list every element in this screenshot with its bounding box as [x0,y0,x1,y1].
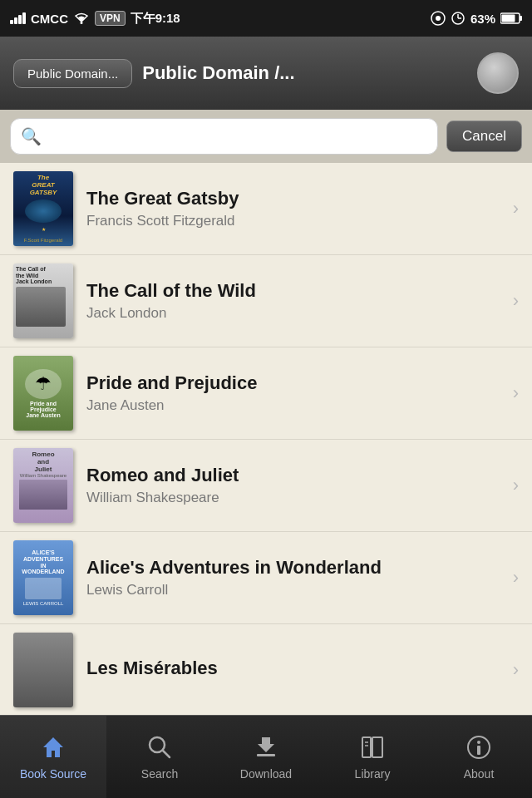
tab-search[interactable]: Search [106,716,213,798]
lock-icon [431,11,446,26]
svg-rect-13 [257,754,275,756]
library-icon [359,734,386,764]
chevron-right-icon: › [513,567,519,589]
book-info-gatsby: The Great Gatsby Francis Scott Fitzgeral… [86,188,506,229]
search-icon: 🔍 [21,126,42,146]
book-title: The Call of the Wild [86,280,506,302]
book-cover-miserables [13,633,73,707]
book-title: Pride and Prejudice [86,372,506,394]
status-left: CMCC VPN 下午9:18 [10,11,180,27]
tab-about-label: About [464,767,495,781]
list-item[interactable]: RomeoandJuliet William Shakespeare Romeo… [0,440,532,532]
tab-library-label: Library [355,767,391,781]
book-cover-alice: ALICE'SADVENTURESINWONDERLAND LEWIS CARR… [13,540,73,615]
book-info-alice: Alice's Adventures in Wonderland Lewis C… [86,557,506,598]
svg-line-11 [163,751,170,757]
carrier-label: CMCC [31,12,68,26]
wifi-icon [73,12,90,25]
nav-back-button[interactable]: Public Domain... [13,59,132,88]
search-input[interactable] [48,128,427,145]
list-item[interactable]: ☂ Pride andPrejudiceJane Austen Pride an… [0,347,532,440]
chevron-right-icon: › [513,382,519,404]
book-info-callwild: The Call of the Wild Jack London [86,280,506,322]
search-input-wrapper[interactable]: 🔍 [10,118,438,155]
svg-rect-14 [362,737,371,757]
tab-search-label: Search [141,767,178,781]
book-cover-romeo: RomeoandJuliet William Shakespeare [13,448,73,523]
chevron-right-icon: › [513,659,519,681]
book-info-romeo: Romeo and Juliet William Shakespeare [86,465,506,506]
book-cover-callwild: The Call ofthe WildJack London [13,264,73,338]
book-title: Les Misérables [86,658,506,679]
status-bar: CMCC VPN 下午9:18 63% [0,0,532,37]
battery-label: 63% [470,12,495,26]
svg-marker-9 [43,737,63,757]
search-bar: 🔍 Cancel [0,110,532,163]
svg-rect-7 [502,15,515,22]
tab-about[interactable]: About [426,716,532,798]
nav-avatar [477,52,519,94]
book-info-miserables: Les Misérables [86,658,506,682]
nav-title: Public Domain /... [142,62,467,84]
list-item[interactable]: The Call ofthe WildJack London The Call … [0,255,532,347]
book-author: Jack London [86,305,506,322]
list-item[interactable]: TheGREATGATSBY ★ F.Scott Fitzgerald The … [0,163,532,255]
download-icon [253,734,279,764]
chevron-right-icon: › [513,290,519,312]
svg-point-0 [81,22,83,24]
book-title: Romeo and Juliet [86,465,506,486]
list-item[interactable]: ALICE'SADVENTURESINWONDERLAND LEWIS CARR… [0,532,532,624]
cancel-button[interactable]: Cancel [446,121,522,152]
status-right: 63% [431,11,522,26]
info-icon [466,734,492,764]
book-author: William Shakespeare [86,490,506,506]
svg-point-2 [436,16,441,21]
book-author: Lewis Carroll [86,582,506,598]
list-item[interactable]: Les Misérables › [0,624,532,715]
book-title: The Great Gatsby [86,188,506,209]
tab-download-label: Download [240,767,292,781]
tab-booksource-label: Book Source [20,767,86,781]
chevron-right-icon: › [513,198,519,219]
book-info-pride: Pride and Prejudice Jane Austen [86,372,506,414]
tab-booksource[interactable]: Book Source [0,716,106,798]
chevron-right-icon: › [513,475,519,496]
book-cover-gatsby: TheGREATGATSBY ★ F.Scott Fitzgerald [13,171,73,246]
svg-rect-8 [520,16,522,21]
svg-rect-15 [372,737,382,757]
book-author: Francis Scott Fitzgerald [86,213,506,229]
book-cover-pride: ☂ Pride andPrejudiceJane Austen [13,356,73,431]
battery-icon [500,12,522,24]
time-label: 下午9:18 [131,11,180,27]
signal-bars [10,12,26,24]
book-author: Jane Austen [86,397,506,414]
svg-rect-20 [477,746,480,755]
book-title: Alice's Adventures in Wonderland [86,557,506,579]
book-list: TheGREATGATSBY ★ F.Scott Fitzgerald The … [0,163,532,715]
tab-library[interactable]: Library [319,716,426,798]
tab-download[interactable]: Download [213,716,319,798]
svg-marker-12 [258,737,274,752]
nav-bar: Public Domain... Public Domain /... [0,37,532,110]
house-icon [40,734,66,764]
svg-point-19 [477,741,480,744]
vpn-badge: VPN [95,11,126,26]
search-tab-icon [146,734,173,764]
tab-bar: Book Source Search Download [0,715,532,798]
clock-icon [451,11,466,26]
